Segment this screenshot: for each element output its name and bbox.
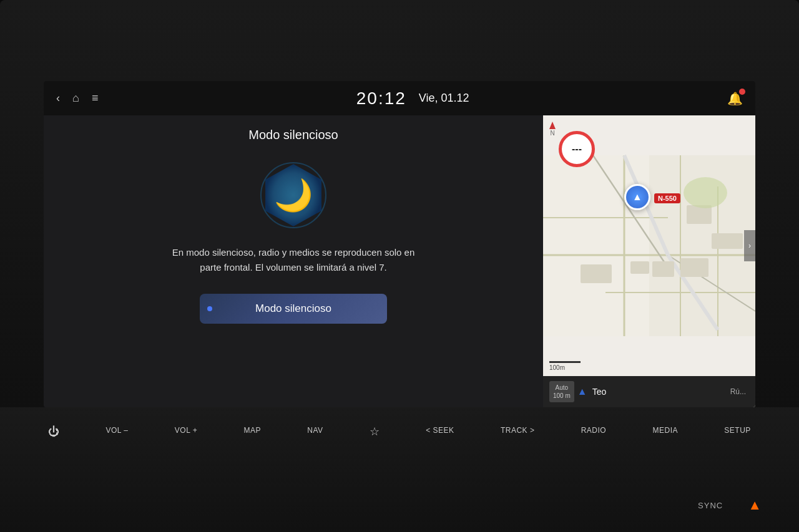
track-next-button[interactable]: TRACK > <box>501 426 535 435</box>
svg-rect-19 <box>712 233 743 249</box>
time-area: 20:12 Vie, 01.12 <box>98 89 727 109</box>
notification-badge <box>739 89 745 95</box>
svg-rect-15 <box>652 261 674 277</box>
nav-dest-icon: ▲ <box>577 386 587 397</box>
silent-mode-icon: 🌙 <box>259 161 328 230</box>
svg-rect-18 <box>581 264 612 283</box>
description-text: En modo silencioso, radio y medios se re… <box>162 245 424 275</box>
nav-dest-name: Teo <box>592 387 607 397</box>
vol-down-button[interactable]: VOL – <box>105 426 128 435</box>
nav-bottom-bar: Auto 100 m ▲ Teo Rú... <box>543 376 755 407</box>
bottom-extras: SYNC ▲ <box>698 497 762 513</box>
panel-title: Modo silencioso <box>248 128 338 142</box>
radio-button-group: RADIO <box>581 426 607 435</box>
north-arrow: N <box>549 122 556 137</box>
media-button[interactable]: MEDIA <box>653 426 679 435</box>
setup-button[interactable]: SETUP <box>724 426 751 435</box>
scale-bar: 100m <box>549 361 581 371</box>
map-panel[interactable]: N --- ▲ N-550 <box>543 115 755 407</box>
nav-button-group: NAV <box>307 426 323 435</box>
map-area[interactable]: N --- ▲ N-550 <box>543 115 755 376</box>
top-right-icons: 🔔 <box>727 91 743 106</box>
outer-bezel: ‹ ⌂ ≡ 20:12 Vie, 01.12 🔔 Modo silencioso <box>0 0 799 532</box>
nav-auto-label: Auto 100 m <box>549 381 574 402</box>
up-arrow-button[interactable]: ▲ <box>748 497 762 513</box>
power-button-group: ⏻ <box>48 426 59 437</box>
media-button-group: MEDIA <box>653 426 679 435</box>
screen: ‹ ⌂ ≡ 20:12 Vie, 01.12 🔔 Modo silencioso <box>44 81 755 407</box>
power-icon[interactable]: ⏻ <box>48 426 59 437</box>
location-marker: ▲ <box>624 184 650 210</box>
menu-button[interactable]: ≡ <box>92 92 99 105</box>
back-button[interactable]: ‹ <box>56 92 60 105</box>
location-icon: ▲ <box>624 184 650 210</box>
left-panel: Modo silencioso <box>44 115 543 407</box>
map-expand-button[interactable]: › <box>744 230 755 261</box>
sync-button[interactable]: SYNC <box>698 501 723 510</box>
vol-up-button[interactable]: VOL + <box>175 426 197 435</box>
vol-down-group: VOL – <box>105 426 128 435</box>
map-button[interactable]: MAP <box>244 426 262 435</box>
radio-button[interactable]: RADIO <box>581 426 607 435</box>
map-button-group: MAP <box>244 426 262 435</box>
road-label: N-550 <box>654 193 680 203</box>
nav-destination: ▲ Teo Rú... <box>577 386 749 397</box>
seek-back-button[interactable]: < SEEK <box>426 426 454 435</box>
favorite-button-group: ☆ <box>370 426 380 437</box>
svg-point-20 <box>684 177 727 208</box>
favorite-icon[interactable]: ☆ <box>370 426 380 437</box>
silent-mode-button[interactable]: Modo silencioso <box>200 294 387 324</box>
notification-bell-icon[interactable]: 🔔 <box>727 91 743 106</box>
svg-rect-14 <box>630 261 649 274</box>
time-display: 20:12 <box>356 89 406 109</box>
main-content: Modo silencioso <box>44 115 755 407</box>
home-button[interactable]: ⌂ <box>72 92 79 105</box>
buttons-bar: ⏻ VOL – VOL + MAP NAV ☆ < SEEK TRACK > R… <box>0 407 799 532</box>
vol-up-group: VOL + <box>175 426 197 435</box>
setup-button-group: SETUP <box>724 426 751 435</box>
date-display: Vie, 01.12 <box>419 92 469 105</box>
svg-rect-16 <box>680 258 708 277</box>
top-bar: ‹ ⌂ ≡ 20:12 Vie, 01.12 🔔 <box>44 81 755 115</box>
nav-icons: ‹ ⌂ ≡ <box>56 92 98 105</box>
speed-limit-sign: --- <box>559 131 595 167</box>
track-next-group: TRACK > <box>501 426 535 435</box>
seek-back-group: < SEEK <box>426 426 454 435</box>
nav-dest-road: Rú... <box>730 387 749 396</box>
moon-emoji: 🌙 <box>274 177 313 213</box>
nav-button[interactable]: NAV <box>307 426 323 435</box>
